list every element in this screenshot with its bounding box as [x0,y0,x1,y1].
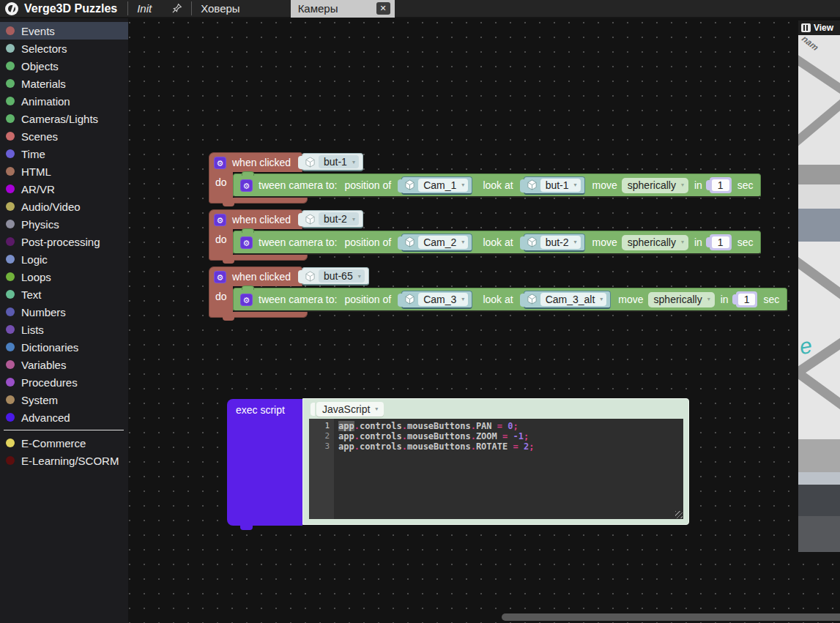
exec-script-block[interactable]: exec script [227,399,302,526]
puzzles-canvas[interactable]: ⚙ when clicked but-1▾ do ⚙ tween camera … [128,18,840,623]
tab-cameras[interactable]: Камеры ✕ [291,0,395,18]
sidebar-item-loops[interactable]: Loops [0,268,128,286]
camera-dropdown[interactable]: Cam_2▾ [418,236,468,249]
socket-connector [520,179,525,193]
sidebar-item-variables[interactable]: Variables [0,356,128,373]
sec-label: sec [763,294,779,305]
when-clicked-group-3[interactable]: ⚙ when clicked but-65▾ do ⚙ tween camera… [209,266,276,285]
sidebar-item-post-processing[interactable]: Post-processing [0,233,128,250]
sidebar: EventsSelectorsObjectsMaterialsAnimation… [0,18,128,623]
tab-hovers-label: Ховеры [201,2,239,15]
duration-input[interactable]: 1 [736,291,758,307]
object-selector-block[interactable]: but-2▾ [302,210,363,228]
code-line[interactable]: app.controls.mouseButtons.PAN = 0; [338,421,534,431]
tab-init[interactable]: Init [128,0,191,18]
sidebar-item-procedures[interactable]: Procedures [0,373,128,391]
sidebar-item-label: Text [21,288,42,301]
position-of-label: position of [344,294,391,305]
code-line[interactable]: app.controls.mouseButtons.ROTATE = 2; [338,441,534,452]
camera-dropdown[interactable]: Cam_1▾ [418,179,468,192]
tab-hovers[interactable]: Ховеры [192,0,248,18]
duration-input[interactable]: 1 [710,234,732,250]
viewport-toggle[interactable]: View [798,20,840,35]
top-bar: Verge3D Puzzles Init Ховеры Камеры ✕ [0,0,840,18]
sidebar-item-selectors[interactable]: Selectors [0,40,128,57]
language-dropdown[interactable]: JavaScript ▾ [316,402,384,417]
sidebar-item-scenes[interactable]: Scenes [0,127,128,145]
category-dot-icon [6,456,15,465]
when-clicked-block[interactable]: ⚙ when clicked [209,209,302,229]
camera-selector-block[interactable]: Cam_1▾ [401,176,472,195]
gear-icon[interactable]: ⚙ [240,294,253,306]
move-mode-dropdown[interactable]: spherically▾ [622,178,688,193]
sidebar-item-dictionaries[interactable]: Dictionaries [0,338,128,356]
sidebar-item-e-commerce[interactable]: E-Commerce [0,434,128,452]
gear-icon[interactable]: ⚙ [240,236,253,249]
look-at-dropdown[interactable]: but-2▾ [540,236,581,249]
when-clicked-block[interactable]: ⚙ when clicked [209,152,302,172]
sidebar-item-advanced[interactable]: Advanced [0,409,128,426]
sidebar-item-objects[interactable]: Objects [0,57,128,75]
code-lines[interactable]: app.controls.mouseButtons.PAN = 0; app.c… [334,419,534,519]
camera-selector-block[interactable]: Cam_2▾ [401,234,472,252]
when-clicked-group-1[interactable]: ⚙ when clicked but-1▾ do ⚙ tween camera … [209,152,270,171]
sidebar-item-label: Audio/Video [21,201,81,213]
sidebar-item-time[interactable]: Time [0,145,128,163]
pin-icon[interactable] [171,3,182,14]
look-at-dropdown[interactable]: Cam_3_alt▾ [540,293,607,306]
camera-selector-block[interactable]: Cam_3▾ [401,291,472,309]
horizontal-scrollbar[interactable] [502,613,840,621]
move-mode-dropdown[interactable]: spherically▾ [648,292,715,307]
category-dot-icon [6,360,15,369]
sidebar-item-materials[interactable]: Materials [0,75,128,92]
close-tab-icon[interactable]: ✕ [376,2,390,15]
sidebar-item-label: Numbers [21,306,66,318]
sidebar-item-label: Selectors [21,42,67,55]
sidebar-item-e-learning-scorm[interactable]: E-Learning/SCORM [0,452,128,469]
tween-camera-block[interactable]: ⚙ tween camera to: position of Cam_3▾ lo… [233,288,787,312]
look-at-object-block[interactable]: Cam_3_alt▾ [524,291,612,309]
gear-icon[interactable]: ⚙ [214,157,226,169]
object-dropdown[interactable]: but-1▾ [319,155,359,168]
sidebar-item-html[interactable]: HTML [0,163,128,180]
sidebar-item-animation[interactable]: Animation [0,92,128,110]
look-at-object-block[interactable]: but-1▾ [524,176,585,195]
when-clicked-block[interactable]: ⚙ when clicked [209,266,302,286]
gear-icon[interactable]: ⚙ [214,214,226,226]
sidebar-item-text[interactable]: Text [0,286,128,303]
do-label: do [209,286,233,312]
sidebar-item-logic[interactable]: Logic [0,250,128,268]
category-dot-icon [6,167,15,176]
code-editor[interactable]: 123 app.controls.mouseButtons.PAN = 0; a… [309,419,683,519]
code-line[interactable]: app.controls.mouseButtons.ZOOM = -1; [338,431,534,441]
sidebar-item-ar-vr[interactable]: AR/VR [0,180,128,198]
sidebar-item-lists[interactable]: Lists [0,321,128,338]
sidebar-item-cameras-lights[interactable]: Cameras/Lights [0,110,128,127]
sidebar-item-numbers[interactable]: Numbers [0,303,128,321]
object-selector-block[interactable]: but-1▾ [302,153,363,171]
object-selector-block[interactable]: but-65▾ [302,267,369,286]
scene-band [798,184,840,209]
scene-3d-preview[interactable]: nam e [798,35,840,552]
sidebar-item-system[interactable]: System [0,391,128,409]
tween-camera-block[interactable]: ⚙ tween camera to: position of Cam_1▾ lo… [233,174,761,198]
sidebar-item-physics[interactable]: Physics [0,215,128,233]
sidebar-item-label: E-Learning/SCORM [21,455,119,467]
look-at-dropdown[interactable]: but-1▾ [540,179,581,192]
sidebar-item-events[interactable]: Events [0,22,128,40]
duration-value: 1 [738,294,756,305]
duration-input[interactable]: 1 [710,177,732,193]
object-dropdown[interactable]: but-2▾ [319,212,359,225]
camera-dropdown[interactable]: Cam_3▾ [418,293,468,306]
sidebar-item-audio-video[interactable]: Audio/Video [0,198,128,215]
gear-icon[interactable]: ⚙ [214,271,226,283]
resize-handle[interactable] [675,511,683,518]
tween-camera-block[interactable]: ⚙ tween camera to: position of Cam_2▾ lo… [233,231,761,255]
when-clicked-group-2[interactable]: ⚙ when clicked but-2▾ do ⚙ tween camera … [209,209,270,228]
gear-icon[interactable]: ⚙ [240,179,253,192]
look-at-object-block[interactable]: but-2▾ [524,234,585,252]
move-mode-dropdown[interactable]: spherically▾ [622,235,688,250]
sidebar-item-label: Dictionaries [21,341,78,354]
look-at-label: look at [483,294,513,305]
object-dropdown[interactable]: but-65▾ [319,269,365,283]
